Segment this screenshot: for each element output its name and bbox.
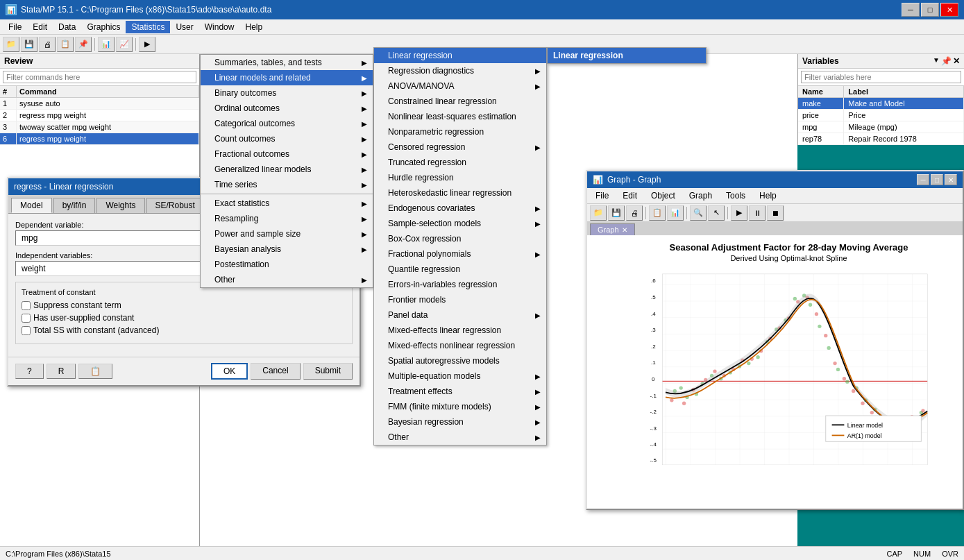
submenu-truncated[interactable]: Truncated regression bbox=[374, 155, 546, 170]
menu-graphics[interactable]: Graphics bbox=[81, 21, 126, 33]
variables-filter-input[interactable] bbox=[801, 71, 961, 83]
toolbar-run[interactable]: ▶ bbox=[139, 37, 155, 52]
submenu-treatment-effects[interactable]: Treatment effects ▶ bbox=[374, 384, 546, 399]
submenu-spatial[interactable]: Spatial autoregressive models bbox=[374, 353, 546, 368]
submenu-nonlinear-ls[interactable]: Nonlinear least-squares estimation bbox=[374, 109, 546, 124]
menu-help[interactable]: Help bbox=[239, 21, 268, 33]
menu-fractional-outcomes[interactable]: Fractional outcomes ▶ bbox=[201, 146, 373, 162]
submenu-other[interactable]: Other ▶ bbox=[374, 430, 546, 445]
review-row[interactable]: 3 twoway scatter mpg weight bbox=[0, 121, 199, 133]
toolbar-paste[interactable]: 📌 bbox=[75, 37, 92, 52]
submenu-hetero[interactable]: Heteroskedastic linear regression bbox=[374, 185, 546, 201]
menu-bayesian-analysis[interactable]: Bayesian analysis ▶ bbox=[201, 241, 373, 257]
graph-menu-tools[interactable]: Tools bbox=[720, 189, 751, 202]
menu-edit[interactable]: Edit bbox=[27, 21, 53, 33]
tab-by-if-in[interactable]: by/if/in bbox=[53, 198, 96, 213]
graph-tb-print[interactable]: 🖨 bbox=[626, 205, 643, 221]
submenu-quantile[interactable]: Quantile regression bbox=[374, 262, 546, 277]
var-row[interactable]: rep78 Repair Record 1978 bbox=[798, 133, 964, 145]
review-filter-input[interactable] bbox=[3, 71, 196, 83]
total-ss-checkbox[interactable] bbox=[22, 326, 31, 335]
submenu-anova[interactable]: ANOVA/MANOVA ▶ bbox=[374, 78, 546, 94]
copy-button[interactable]: 📋 bbox=[78, 364, 112, 379]
graph-tb-open[interactable]: 📁 bbox=[590, 205, 607, 221]
graph-tab-graph[interactable]: Graph ✕ bbox=[590, 223, 635, 235]
toolbar-copy[interactable]: 📋 bbox=[57, 37, 74, 52]
ok-button[interactable]: OK bbox=[211, 363, 248, 380]
cancel-button[interactable]: Cancel bbox=[251, 363, 300, 380]
help-button[interactable]: ? bbox=[15, 364, 44, 379]
var-row[interactable]: mpg Mileage (mpg) bbox=[798, 121, 964, 133]
graph-menu-edit[interactable]: Edit bbox=[617, 189, 643, 202]
var-row[interactable]: price Price bbox=[798, 110, 964, 121]
close-button[interactable]: ✕ bbox=[940, 3, 958, 17]
graph-tb-zoom[interactable]: 🔍 bbox=[690, 205, 707, 221]
menu-exact-statistics[interactable]: Exact statistics ▶ bbox=[201, 196, 373, 211]
submenu-mixed-nonlinear[interactable]: Mixed-effects nonlinear regression bbox=[374, 338, 546, 353]
submenu-multiple-eq[interactable]: Multiple-equation models ▶ bbox=[374, 368, 546, 384]
menu-user[interactable]: User bbox=[170, 21, 198, 33]
menu-categorical-outcomes[interactable]: Categorical outcomes ▶ bbox=[201, 116, 373, 131]
menu-summaries[interactable]: Summaries, tables, and tests ▶ bbox=[201, 55, 373, 70]
submenu-errors-in-vars[interactable]: Errors-in-variables regression bbox=[374, 277, 546, 292]
variables-sort-icon[interactable]: ▼ bbox=[933, 56, 940, 66]
var-row[interactable]: make Make and Model bbox=[798, 98, 964, 110]
tab-weights[interactable]: Weights bbox=[96, 198, 144, 213]
suppress-constant-checkbox[interactable] bbox=[22, 301, 31, 310]
submit-button[interactable]: Submit bbox=[303, 363, 353, 380]
toolbar-chart2[interactable]: 📈 bbox=[116, 37, 133, 52]
menu-file[interactable]: File bbox=[3, 21, 27, 33]
graph-close[interactable]: ✕ bbox=[945, 174, 957, 185]
graph-tb-select[interactable]: ↖ bbox=[708, 205, 725, 221]
graph-tb-chart[interactable]: 📊 bbox=[667, 205, 684, 221]
graph-tb-play[interactable]: ▶ bbox=[731, 205, 747, 221]
variables-close-icon[interactable]: ✕ bbox=[953, 56, 960, 66]
submenu-constrained[interactable]: Constrained linear regression bbox=[374, 94, 546, 109]
review-row-selected[interactable]: 6 regress mpg weight bbox=[0, 133, 199, 145]
review-row[interactable]: 1 sysuse auto bbox=[0, 98, 199, 110]
menu-power-sample-size[interactable]: Power and sample size ▶ bbox=[201, 226, 373, 241]
submenu-bayesian-regression[interactable]: Bayesian regression ▶ bbox=[374, 414, 546, 430]
menu-statistics[interactable]: Statistics bbox=[126, 21, 170, 33]
submenu-regression-diagnostics[interactable]: Regression diagnostics ▶ bbox=[374, 63, 546, 78]
minimize-button[interactable]: ─ bbox=[902, 3, 920, 17]
graph-maximize[interactable]: □ bbox=[931, 174, 943, 185]
menu-resampling[interactable]: Resampling ▶ bbox=[201, 211, 373, 226]
graph-menu-graph[interactable]: Graph bbox=[684, 189, 718, 202]
submenu-mixed-linear[interactable]: Mixed-effects linear regression bbox=[374, 323, 546, 338]
toolbar-chart[interactable]: 📊 bbox=[98, 37, 115, 52]
submenu-fmm[interactable]: FMM (finite mixture models) ▶ bbox=[374, 399, 546, 414]
menu-window[interactable]: Window bbox=[199, 21, 240, 33]
menu-generalized-linear[interactable]: Generalized linear models ▶ bbox=[201, 162, 373, 177]
variables-pin-icon[interactable]: 📌 bbox=[941, 56, 952, 66]
graph-menu-file[interactable]: File bbox=[590, 189, 614, 202]
submenu-fractional-poly[interactable]: Fractional polynomials ▶ bbox=[374, 246, 546, 262]
menu-binary-outcomes[interactable]: Binary outcomes ▶ bbox=[201, 85, 373, 101]
menu-time-series[interactable]: Time series ▶ bbox=[201, 177, 373, 192]
graph-tb-copy[interactable]: 📋 bbox=[649, 205, 666, 221]
menu-linear-models[interactable]: Linear models and related ▶ bbox=[201, 70, 373, 85]
graph-minimize[interactable]: ─ bbox=[917, 174, 929, 185]
graph-tb-save[interactable]: 💾 bbox=[608, 205, 625, 221]
submenu-nonparametric[interactable]: Nonparametric regression bbox=[374, 124, 546, 139]
graph-menu-object[interactable]: Object bbox=[645, 189, 681, 202]
graph-menu-help[interactable]: Help bbox=[754, 189, 782, 202]
graph-tb-stop[interactable]: ⏹ bbox=[767, 205, 784, 221]
submenu-endogenous[interactable]: Endogenous covariates ▶ bbox=[374, 201, 546, 216]
tab-se-robust[interactable]: SE/Robust bbox=[146, 198, 204, 213]
maximize-button[interactable]: □ bbox=[921, 3, 939, 17]
toolbar-open[interactable]: 📁 bbox=[3, 37, 19, 52]
menu-count-outcomes[interactable]: Count outcomes ▶ bbox=[201, 131, 373, 146]
graph-tab-close[interactable]: ✕ bbox=[622, 226, 627, 234]
submenu-linear-regression[interactable]: Linear regression bbox=[374, 48, 546, 63]
toolbar-print[interactable]: 🖨 bbox=[39, 37, 56, 52]
menu-data[interactable]: Data bbox=[53, 21, 81, 33]
submenu-hurdle[interactable]: Hurdle regression bbox=[374, 170, 546, 185]
submenu-frontier[interactable]: Frontier models bbox=[374, 292, 546, 307]
submenu-sample-selection[interactable]: Sample-selection models ▶ bbox=[374, 216, 546, 231]
graph-tb-pause[interactable]: ⏸ bbox=[749, 205, 766, 221]
submenu-panel-data[interactable]: Panel data ▶ bbox=[374, 307, 546, 323]
menu-other[interactable]: Other ▶ bbox=[201, 272, 373, 287]
user-supplied-constant-checkbox[interactable] bbox=[22, 314, 31, 323]
review-row[interactable]: 2 regress mpg weight bbox=[0, 110, 199, 121]
